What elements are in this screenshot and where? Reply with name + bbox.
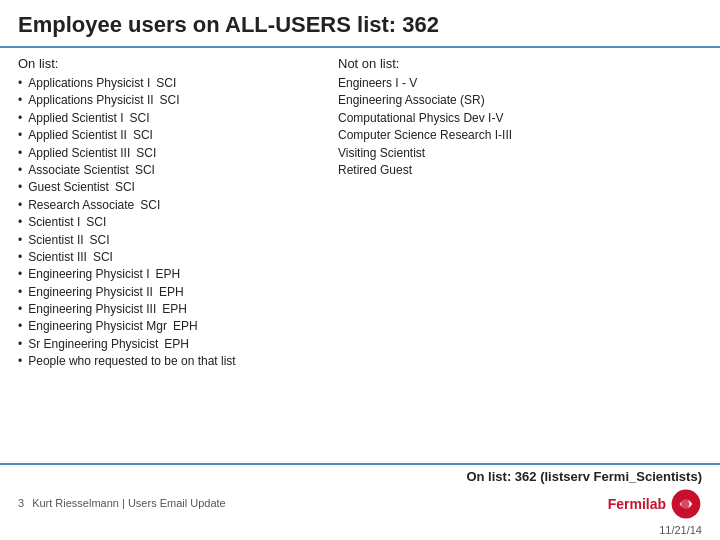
list-item-tag: EPH (164, 336, 189, 353)
list-item: Computer Science Research I-III (338, 127, 702, 144)
left-column: On list: •Applications Physicist ISCI•Ap… (18, 56, 318, 459)
bullet-icon: • (18, 232, 22, 249)
list-item-tag: SCI (156, 75, 176, 92)
bullet-icon: • (18, 179, 22, 196)
list-item: Engineers I - V (338, 75, 702, 92)
list-item: •Applied Scientist ISCI (18, 110, 318, 127)
bullet-icon: • (18, 145, 22, 162)
header: Employee users on ALL-USERS list: 362 (0, 0, 720, 48)
bullet-icon: • (18, 336, 22, 353)
list-item-tag: SCI (130, 110, 150, 127)
list-item: •Scientist IIISCI (18, 249, 318, 266)
footer-right: On list: 362 (listserv Fermi_Scientists)… (466, 469, 702, 536)
footer: 3 Kurt Riesselmann | Users Email Update … (0, 463, 720, 540)
bullet-icon: • (18, 284, 22, 301)
list-item-tag: EPH (162, 301, 187, 318)
list-item: •Scientist IISCI (18, 232, 318, 249)
bullet-icon: • (18, 353, 22, 370)
on-list-label: On list: (18, 56, 318, 71)
list-item: •Applications Physicist ISCI (18, 75, 318, 92)
list-item: •Applied Scientist IIISCI (18, 145, 318, 162)
list-item-text: Engineering Physicist I (28, 266, 149, 283)
list-item: Retired Guest (338, 162, 702, 179)
list-item: •People who requested to be on that list (18, 353, 318, 370)
list-item-tag: SCI (136, 145, 156, 162)
list-item-text: Scientist I (28, 214, 80, 231)
list-item: •Guest ScientistSCI (18, 179, 318, 196)
fermilab-label: Fermilab (608, 496, 666, 512)
page-title: Employee users on ALL-USERS list: 362 (18, 12, 702, 38)
page: Employee users on ALL-USERS list: 362 On… (0, 0, 720, 540)
list-item-text: Research Associate (28, 197, 134, 214)
list-item-text: Applied Scientist I (28, 110, 123, 127)
list-item: •Engineering Physicist IIEPH (18, 284, 318, 301)
list-item-text: Applications Physicist I (28, 75, 150, 92)
bullet-icon: • (18, 75, 22, 92)
list-item-text: Sr Engineering Physicist (28, 336, 158, 353)
list-item-tag: SCI (115, 179, 135, 196)
list-item-text: Applied Scientist II (28, 127, 127, 144)
list-item: •Engineering Physicist IIIEPH (18, 301, 318, 318)
list-item: Computational Physics Dev I-V (338, 110, 702, 127)
list-item-tag: EPH (173, 318, 198, 335)
footer-date: 11/21/14 (659, 524, 702, 536)
not-on-list-items: Engineers I - VEngineering Associate (SR… (338, 75, 702, 179)
on-list-count: On list: 362 (listserv Fermi_Scientists) (466, 469, 702, 484)
not-on-list-label: Not on list: (338, 56, 702, 71)
list-item-text: Associate Scientist (28, 162, 129, 179)
list-item: •Associate ScientistSCI (18, 162, 318, 179)
list-item: •Research AssociateSCI (18, 197, 318, 214)
list-item: •Applied Scientist IISCI (18, 127, 318, 144)
presenter-info: Kurt Riesselmann | Users Email Update (32, 497, 226, 509)
bullet-icon: • (18, 92, 22, 109)
list-item-text: Applied Scientist III (28, 145, 130, 162)
fermilab-icon (670, 488, 702, 520)
bullet-icon: • (18, 214, 22, 231)
page-number: 3 (18, 497, 24, 509)
bullet-icon: • (18, 127, 22, 144)
list-item: Visiting Scientist (338, 145, 702, 162)
list-item: •Applications Physicist IISCI (18, 92, 318, 109)
list-item: •Scientist ISCI (18, 214, 318, 231)
list-item-text: People who requested to be on that list (28, 353, 235, 370)
list-item-text: Engineering Physicist Mgr (28, 318, 167, 335)
list-item-tag: SCI (133, 127, 153, 144)
list-item-text: Guest Scientist (28, 179, 109, 196)
bullet-icon: • (18, 249, 22, 266)
fermilab-logo: Fermilab (608, 488, 702, 520)
list-item: Engineering Associate (SR) (338, 92, 702, 109)
footer-left: 3 Kurt Riesselmann | Users Email Update (18, 497, 226, 509)
right-column: Not on list: Engineers I - VEngineering … (338, 56, 702, 459)
bullet-icon: • (18, 110, 22, 127)
list-item-text: Scientist III (28, 249, 87, 266)
list-item-text: Applications Physicist II (28, 92, 153, 109)
list-item-tag: SCI (135, 162, 155, 179)
list-item-tag: SCI (140, 197, 160, 214)
bullet-icon: • (18, 197, 22, 214)
list-item-text: Engineering Physicist II (28, 284, 153, 301)
list-item: •Engineering Physicist MgrEPH (18, 318, 318, 335)
list-item-text: Engineering Physicist III (28, 301, 156, 318)
bullet-icon: • (18, 162, 22, 179)
on-list-items: •Applications Physicist ISCI•Application… (18, 75, 318, 371)
list-item-tag: SCI (86, 214, 106, 231)
list-item-tag: EPH (159, 284, 184, 301)
bullet-icon: • (18, 301, 22, 318)
list-item-tag: EPH (156, 266, 181, 283)
main-content: On list: •Applications Physicist ISCI•Ap… (0, 48, 720, 459)
list-item-tag: SCI (90, 232, 110, 249)
bullet-icon: • (18, 266, 22, 283)
list-item-tag: SCI (93, 249, 113, 266)
bullet-icon: • (18, 318, 22, 335)
list-item-text: Scientist II (28, 232, 83, 249)
list-item-tag: SCI (160, 92, 180, 109)
list-item: •Engineering Physicist IEPH (18, 266, 318, 283)
list-item: •Sr Engineering PhysicistEPH (18, 336, 318, 353)
